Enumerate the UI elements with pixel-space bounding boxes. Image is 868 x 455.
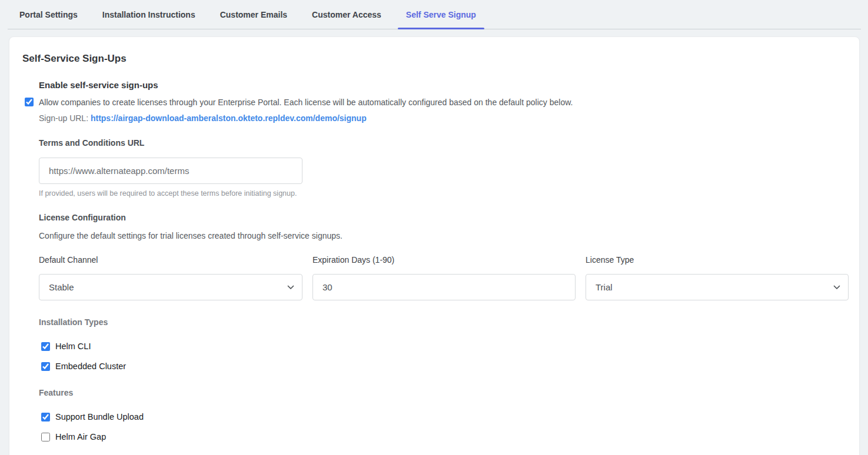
license-config-grid: Default Channel Expiration Days (1-90) L…	[39, 255, 847, 300]
tab-customer-access[interactable]: Customer Access	[304, 0, 390, 29]
installation-type-helm-cli-row[interactable]: Helm CLI	[39, 342, 91, 351]
enable-signups-heading: Enable self-service sign-ups	[39, 80, 847, 90]
support-bundle-upload-label: Support Bundle Upload	[55, 412, 144, 421]
expiration-days-label: Expiration Days (1-90)	[312, 255, 576, 265]
self-serve-signup-panel: Self-Service Sign-Ups Enable self-servic…	[9, 36, 860, 455]
tab-installation-instructions[interactable]: Installation Instructions	[94, 0, 204, 29]
embedded-cluster-checkbox[interactable]	[41, 362, 50, 371]
license-type-label: License Type	[586, 255, 849, 265]
license-type-control: Trial	[586, 274, 849, 300]
installation-type-embedded-cluster-row[interactable]: Embedded Cluster	[39, 362, 126, 371]
terms-url-label: Terms and Conditions URL	[39, 138, 847, 148]
settings-tab-bar: Portal Settings Installation Instruction…	[8, 0, 861, 29]
enable-signups-row[interactable]: Allow companies to create licenses throu…	[39, 96, 847, 108]
default-channel-control: Stable	[39, 274, 302, 300]
enable-signups-description: Allow companies to create licenses throu…	[39, 96, 573, 108]
helm-air-gap-checkbox[interactable]	[41, 433, 50, 441]
support-bundle-upload-checkbox[interactable]	[41, 413, 50, 421]
tab-self-serve-signup[interactable]: Self Serve Signup	[398, 0, 484, 29]
terms-url-helper: If provided, users will be required to a…	[39, 189, 847, 198]
license-configuration-heading: License Configuration	[39, 213, 847, 222]
default-channel-select[interactable]: Stable	[39, 274, 302, 300]
signup-url-label: Sign-up URL:	[39, 113, 88, 123]
license-configuration-description: Configure the default settings for trial…	[39, 231, 847, 240]
helm-cli-checkbox[interactable]	[41, 342, 50, 351]
helm-cli-label: Helm CLI	[55, 342, 91, 351]
page-title: Self-Service Sign-Ups	[22, 53, 847, 65]
expiration-days-input[interactable]	[312, 274, 576, 300]
tab-customer-emails[interactable]: Customer Emails	[212, 0, 295, 29]
expiration-days-control	[312, 274, 576, 300]
default-channel-label: Default Channel	[39, 255, 302, 265]
terms-url-input[interactable]	[39, 158, 302, 184]
embedded-cluster-label: Embedded Cluster	[55, 362, 126, 371]
features-heading: Features	[39, 388, 847, 397]
enable-signups-checkbox[interactable]	[25, 98, 34, 106]
helm-air-gap-label: Helm Air Gap	[55, 432, 106, 441]
feature-helm-air-gap-row[interactable]: Helm Air Gap	[39, 432, 106, 441]
signup-url-row: Sign-up URL: https://airgap-download-amb…	[39, 113, 847, 123]
feature-support-bundle-upload-row[interactable]: Support Bundle Upload	[39, 412, 144, 421]
tab-portal-settings[interactable]: Portal Settings	[11, 0, 86, 29]
signup-url-link[interactable]: https://airgap-download-amberalston.okte…	[91, 113, 367, 123]
installation-types-heading: Installation Types	[39, 317, 847, 327]
license-type-select[interactable]: Trial	[586, 274, 849, 300]
